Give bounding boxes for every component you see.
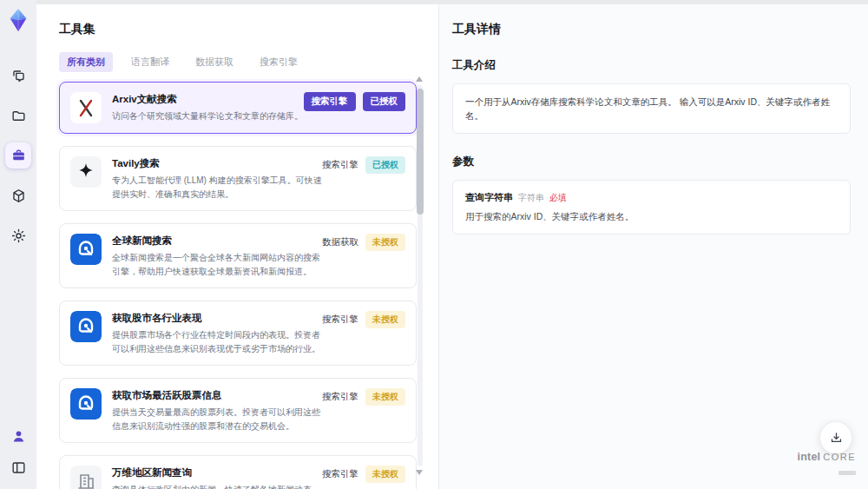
param-card: 查询字符串 字符串 必填 用于搜索的Arxiv ID、关键字或作者姓名。: [452, 180, 851, 235]
category-tab[interactable]: 所有类别: [59, 52, 113, 72]
tool-description: 提供股票市场各个行业在特定时间段内的表现。投资者可以利用这些信息来识别表现优于或…: [112, 328, 322, 355]
news-q-icon: [70, 388, 102, 420]
news-q-icon: [70, 234, 102, 265]
category-badge: 搜索引擎: [322, 391, 358, 403]
status-badge: 已授权: [365, 156, 405, 174]
sparkle-icon: [70, 156, 102, 188]
category-tabs: 所有类别语言翻译数据获取搜索引擎: [59, 52, 438, 72]
status-badge: 未授权: [365, 388, 405, 406]
intro-heading: 工具介绍: [452, 58, 851, 73]
window-top-edge: [36, 0, 868, 4]
settings-gear-icon[interactable]: [5, 222, 31, 248]
tool-description: 查询具体行政区划内的新闻，快速了解各地新闻动态: [112, 483, 322, 489]
panel-toggle-icon[interactable]: [7, 456, 30, 479]
building-icon: [70, 466, 102, 489]
tool-description: 提供当天交易量最高的股票列表。投资者可以利用这些信息来识别流动性强的股票和潜在的…: [112, 406, 322, 433]
category-badge: 搜索引擎: [322, 468, 358, 480]
category-tab[interactable]: 数据获取: [187, 52, 241, 72]
status-badge: 未授权: [365, 466, 405, 483]
tool-card[interactable]: 获取市场最活跃股票信息 提供当天交易量最高的股票列表。投资者可以利用这些信息来识…: [59, 378, 417, 443]
param-name: 查询字符串: [465, 191, 513, 204]
tool-description: 访问各个研究领域大量科学论文和文章的存储库。: [112, 109, 322, 123]
app-logo-icon[interactable]: [5, 7, 31, 33]
category-tab[interactable]: 搜索引擎: [252, 52, 306, 72]
user-avatar-icon[interactable]: [7, 425, 30, 447]
category-tab[interactable]: 语言翻译: [123, 52, 177, 72]
tool-card[interactable]: Tavily搜索 专为人工智能代理 (LLM) 构建的搜索引擎工具。可快速提供实…: [59, 146, 417, 211]
param-type: 字符串: [518, 192, 544, 204]
tool-card[interactable]: Arxiv文献搜索 访问各个研究领域大量科学论文和文章的存储库。 搜索引擎 已授…: [59, 82, 417, 134]
scroll-down-icon[interactable]: [416, 470, 423, 475]
param-header: 查询字符串 字符串 必填: [465, 191, 838, 204]
intel-wordmark: intel: [798, 451, 821, 463]
cube-icon[interactable]: [5, 182, 31, 208]
tool-description: 全球新闻搜索是一个聚合全球各大新闻网站内容的搜索引擎，帮助用户快速获取全球最新资…: [112, 251, 322, 278]
param-description: 用于搜索的Arxiv ID、关键字或作者姓名。: [465, 211, 838, 223]
params-heading: 参数: [452, 155, 851, 169]
intel-core-logo: intelCORE: [798, 451, 856, 479]
rail-bottom: [7, 425, 30, 479]
toolset-panel: 工具集 所有类别语言翻译数据获取搜索引擎 Arxiv文献搜索 访问各个研究领域大…: [36, 0, 438, 489]
detail-title: 工具详情: [452, 22, 851, 37]
status-badge: 未授权: [365, 311, 405, 328]
intro-text: 一个用于从Arxiv存储库搜索科学论文和文章的工具。 输入可以是Arxiv ID…: [465, 95, 838, 122]
arxiv-logo-icon: [70, 92, 102, 123]
download-button[interactable]: [819, 421, 852, 454]
toolbox-icon[interactable]: [5, 142, 31, 169]
scroll-up-icon[interactable]: [416, 76, 423, 82]
category-badge: 搜索引擎: [322, 314, 358, 326]
tool-card[interactable]: 全球新闻搜索 全球新闻搜索是一个聚合全球各大新闻网站内容的搜索引擎，帮助用户快速…: [59, 223, 417, 288]
category-badge: 搜索引擎: [304, 92, 356, 111]
param-required-flag: 必填: [549, 192, 567, 204]
rail-nav: [5, 63, 31, 248]
left-rail: [0, 0, 36, 489]
core-wordmark: CORE: [823, 452, 856, 462]
list-scrollbar[interactable]: [416, 76, 424, 475]
folder-icon[interactable]: [5, 102, 31, 129]
core-sub-badge: [838, 471, 856, 475]
status-badge: 已授权: [363, 92, 406, 111]
status-badge: 未授权: [365, 234, 405, 251]
tool-card[interactable]: 获取股市各行业表现 提供股票市场各个行业在特定时间段内的表现。投资者可以利用这些…: [59, 301, 417, 366]
news-q-icon: [70, 311, 102, 342]
tool-list: Arxiv文献搜索 访问各个研究领域大量科学论文和文章的存储库。 搜索引擎 已授…: [59, 82, 417, 489]
page-title: 工具集: [59, 22, 438, 37]
intro-card: 一个用于从Arxiv存储库搜索科学论文和文章的工具。 输入可以是Arxiv ID…: [452, 83, 851, 134]
chat-icon[interactable]: [5, 63, 31, 89]
tool-card[interactable]: 万维地区新闻查询 查询具体行政区划内的新闻，快速了解各地新闻动态 搜索引擎 未授…: [59, 455, 417, 489]
category-badge: 数据获取: [322, 236, 358, 248]
category-badge: 搜索引擎: [322, 159, 358, 171]
scrollbar-thumb[interactable]: [417, 89, 424, 215]
tool-description: 专为人工智能代理 (LLM) 构建的搜索引擎工具。可快速提供实时、准确和真实的结…: [112, 174, 322, 201]
tool-detail-panel: 工具详情 工具介绍 一个用于从Arxiv存储库搜索科学论文和文章的工具。 输入可…: [438, 0, 868, 489]
